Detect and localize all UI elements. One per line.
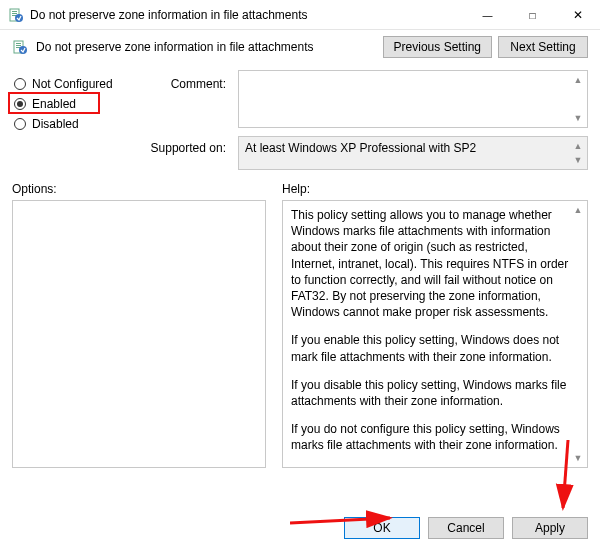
apply-button[interactable]: Apply: [512, 517, 588, 539]
radio-enabled[interactable]: Enabled: [12, 94, 132, 114]
radio-icon: [14, 98, 26, 110]
help-pane: This policy setting allows you to manage…: [282, 200, 588, 468]
radio-label: Disabled: [32, 117, 79, 131]
comment-textarea[interactable]: ▲ ▼: [238, 70, 588, 128]
window-controls: — □ ✕: [465, 0, 600, 29]
supported-on-field: At least Windows XP Professional with SP…: [238, 136, 588, 170]
svg-rect-6: [16, 43, 21, 44]
radio-icon: [14, 118, 26, 130]
options-pane: [12, 200, 266, 468]
scroll-down-icon[interactable]: ▼: [570, 110, 586, 126]
close-button[interactable]: ✕: [555, 0, 600, 30]
window-title: Do not preserve zone information in file…: [30, 8, 465, 22]
maximize-button[interactable]: □: [510, 0, 555, 30]
state-radio-group: Not Configured Enabled Disabled: [12, 68, 132, 170]
minimize-button[interactable]: —: [465, 0, 510, 30]
help-paragraph: If you do not configure this policy sett…: [291, 421, 569, 453]
svg-rect-2: [12, 13, 17, 14]
help-paragraph: If you enable this policy setting, Windo…: [291, 332, 569, 364]
cancel-button[interactable]: Cancel: [428, 517, 504, 539]
radio-icon: [14, 78, 26, 90]
svg-rect-7: [16, 45, 21, 46]
help-label: Help:: [282, 182, 310, 196]
dialog-footer: OK Cancel Apply: [344, 517, 588, 539]
radio-label: Enabled: [32, 97, 76, 111]
radio-disabled[interactable]: Disabled: [12, 114, 132, 134]
scroll-up-icon[interactable]: ▲: [570, 202, 586, 218]
previous-setting-button[interactable]: Previous Setting: [383, 36, 492, 58]
radio-not-configured[interactable]: Not Configured: [12, 74, 132, 94]
supported-on-text: At least Windows XP Professional with SP…: [245, 141, 476, 155]
policy-title: Do not preserve zone information in file…: [36, 40, 383, 54]
help-paragraph: If you disable this policy setting, Wind…: [291, 377, 569, 409]
policy-icon: [8, 7, 24, 23]
next-setting-button[interactable]: Next Setting: [498, 36, 588, 58]
titlebar: Do not preserve zone information in file…: [0, 0, 600, 30]
ok-button[interactable]: OK: [344, 517, 420, 539]
supported-on-label: Supported on:: [144, 138, 226, 158]
policy-icon: [12, 39, 28, 55]
svg-rect-1: [12, 11, 17, 12]
radio-label: Not Configured: [32, 77, 113, 91]
help-paragraph: This policy setting allows you to manage…: [291, 207, 569, 320]
scroll-down-icon[interactable]: ▼: [570, 450, 586, 466]
comment-label: Comment:: [144, 74, 226, 94]
options-label: Options:: [12, 182, 266, 196]
header: Do not preserve zone information in file…: [0, 30, 600, 68]
scroll-up-icon[interactable]: ▲: [570, 72, 586, 88]
scroll-down-icon[interactable]: ▼: [570, 152, 586, 168]
